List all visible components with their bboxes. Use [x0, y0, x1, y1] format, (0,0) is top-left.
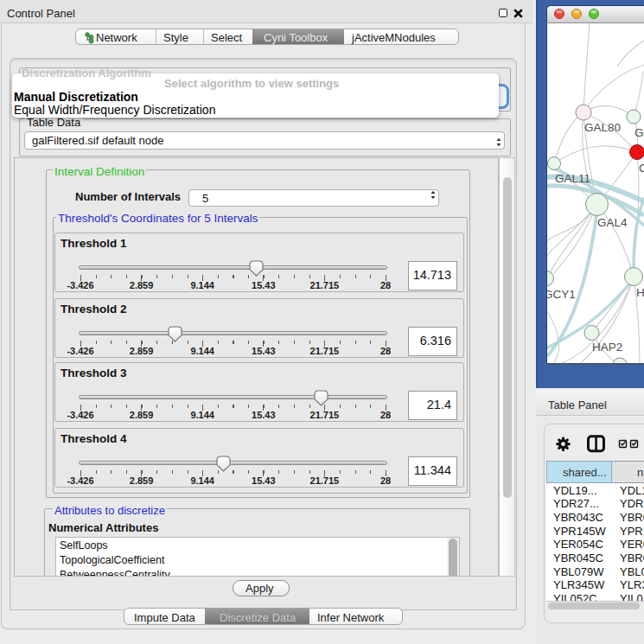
- svg-text:C: C: [639, 162, 644, 175]
- svg-text:H: H: [636, 286, 644, 299]
- svg-text:GAL11: GAL11: [555, 172, 590, 185]
- svg-text:GCY1: GCY1: [547, 288, 576, 301]
- svg-text:HAP2: HAP2: [592, 341, 622, 354]
- svg-text:GA: GA: [634, 126, 644, 139]
- svg-text:GAL80: GAL80: [584, 121, 621, 134]
- svg-text:GAL4: GAL4: [597, 216, 628, 229]
